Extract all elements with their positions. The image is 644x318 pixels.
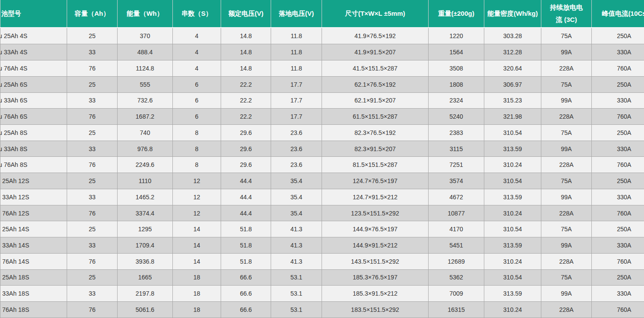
table-row: u 76Ah 4S761124.8414.811.841.5×151.5×287…: [0, 60, 644, 77]
column-header-series_s: 串数（S）: [173, 0, 221, 28]
table-row: u 33Ah 4S33488.4414.811.841.9×91.5×20715…: [0, 44, 644, 60]
cell-energy_density_wh_kg: 310.24: [484, 253, 541, 269]
cell-dimensions_mm: 144.9×76.5×197: [322, 221, 429, 237]
cell-capacity_ah: 76: [67, 253, 118, 269]
column-header-peak_current: 峰值电流(10C≤: [592, 0, 644, 28]
cell-peak_current: 330A: [592, 92, 644, 109]
cell-landing_voltage_v: 53.1: [271, 302, 322, 318]
cell-rated_voltage_v: 44.4: [221, 173, 271, 189]
cell-model: 25Ah 12S: [0, 173, 67, 189]
cell-continuous_discharge_current_3c: 75A: [541, 173, 592, 189]
cell-landing_voltage_v: 17.7: [271, 76, 322, 92]
cell-rated_voltage_v: 29.6: [221, 141, 271, 157]
cell-weight_g: 4170: [429, 221, 484, 237]
cell-peak_current: 330A: [592, 286, 644, 302]
cell-capacity_ah: 33: [67, 286, 118, 302]
cell-landing_voltage_v: 11.8: [271, 44, 322, 60]
cell-energy_density_wh_kg: 313.59: [484, 189, 541, 205]
cell-weight_g: 1564: [429, 44, 484, 60]
cell-capacity_ah: 76: [67, 205, 118, 221]
cell-peak_current: 250A: [592, 173, 644, 189]
column-header-landing_voltage_v: 落地电压(V): [271, 0, 322, 28]
table-row: u 76Ah 8S762249.6829.623.681.5×151.5×287…: [0, 157, 644, 173]
cell-dimensions_mm: 61.5×151.5×287: [322, 109, 429, 125]
cell-continuous_discharge_current_3c: 99A: [541, 44, 592, 60]
cell-model: u 33Ah 6S: [0, 92, 67, 109]
cell-energy_wh: 1687.2: [118, 109, 173, 125]
cell-capacity_ah: 25: [67, 173, 118, 189]
cell-series_s: 6: [173, 109, 221, 125]
cell-rated_voltage_v: 44.4: [221, 189, 271, 205]
table-row: u 25Ah 8S25740829.623.682.3×76.5×1922383…: [0, 124, 644, 141]
cell-rated_voltage_v: 29.6: [221, 124, 271, 141]
table-row: 25Ah 18S2516651866.653.1185.3×76.5×19753…: [0, 269, 644, 286]
cell-capacity_ah: 76: [67, 302, 118, 318]
cell-capacity_ah: 76: [67, 109, 118, 125]
battery-spec-table: 池型号容量（Ah）能量（Wh）串数（S）额定电压(V)落地电压(V)尺寸(T×W…: [0, 0, 644, 318]
cell-series_s: 18: [173, 269, 221, 286]
cell-peak_current: 250A: [592, 76, 644, 92]
cell-peak_current: 330A: [592, 237, 644, 254]
cell-energy_wh: 1124.8: [118, 60, 173, 77]
cell-dimensions_mm: 82.3×76.5×192: [322, 124, 429, 141]
cell-continuous_discharge_current_3c: 228A: [541, 302, 592, 318]
cell-energy_wh: 370: [118, 28, 173, 44]
cell-series_s: 18: [173, 302, 221, 318]
cell-energy_wh: 555: [118, 76, 173, 92]
cell-landing_voltage_v: 41.3: [271, 237, 322, 254]
cell-weight_g: 1808: [429, 76, 484, 92]
cell-rated_voltage_v: 22.2: [221, 76, 271, 92]
cell-capacity_ah: 25: [67, 221, 118, 237]
cell-model: 33Ah 18S: [0, 286, 67, 302]
cell-weight_g: 5240: [429, 109, 484, 125]
cell-series_s: 4: [173, 28, 221, 44]
cell-energy_wh: 5061.6: [118, 302, 173, 318]
cell-landing_voltage_v: 35.4: [271, 189, 322, 205]
cell-capacity_ah: 33: [67, 44, 118, 60]
cell-energy_density_wh_kg: 310.54: [484, 221, 541, 237]
cell-rated_voltage_v: 51.8: [221, 237, 271, 254]
cell-rated_voltage_v: 22.2: [221, 109, 271, 125]
cell-energy_wh: 1295: [118, 221, 173, 237]
cell-series_s: 8: [173, 141, 221, 157]
table-row: u 33Ah 8S33976.8829.623.682.3×91.5×20731…: [0, 141, 644, 157]
cell-peak_current: 760A: [592, 60, 644, 77]
cell-energy_wh: 732.6: [118, 92, 173, 109]
cell-capacity_ah: 25: [67, 124, 118, 141]
cell-energy_density_wh_kg: 310.54: [484, 173, 541, 189]
cell-capacity_ah: 33: [67, 92, 118, 109]
cell-weight_g: 3508: [429, 60, 484, 77]
table-row: u 76Ah 6S761687.2622.217.761.5×151.5×287…: [0, 109, 644, 125]
cell-continuous_discharge_current_3c: 228A: [541, 205, 592, 221]
cell-landing_voltage_v: 41.3: [271, 253, 322, 269]
battery-spec-page: 池型号容量（Ah）能量（Wh）串数（S）额定电压(V)落地电压(V)尺寸(T×W…: [0, 0, 644, 318]
cell-dimensions_mm: 41.9×91.5×207: [322, 44, 429, 60]
cell-weight_g: 5362: [429, 269, 484, 286]
cell-capacity_ah: 25: [67, 76, 118, 92]
cell-model: u 25Ah 4S: [0, 28, 67, 44]
cell-continuous_discharge_current_3c: 75A: [541, 269, 592, 286]
cell-capacity_ah: 76: [67, 60, 118, 77]
cell-model: u 25Ah 6S: [0, 76, 67, 92]
cell-model: 33Ah 14S: [0, 237, 67, 254]
cell-energy_density_wh_kg: 306.97: [484, 76, 541, 92]
cell-capacity_ah: 33: [67, 189, 118, 205]
cell-energy_density_wh_kg: 315.23: [484, 92, 541, 109]
header-row: 池型号容量（Ah）能量（Wh）串数（S）额定电压(V)落地电压(V)尺寸(T×W…: [0, 0, 644, 28]
cell-landing_voltage_v: 23.6: [271, 141, 322, 157]
cell-energy_density_wh_kg: 313.59: [484, 286, 541, 302]
cell-energy_wh: 488.4: [118, 44, 173, 60]
cell-model: 76Ah 18S: [0, 302, 67, 318]
cell-dimensions_mm: 185.3×91.5×212: [322, 286, 429, 302]
cell-series_s: 14: [173, 253, 221, 269]
cell-landing_voltage_v: 53.1: [271, 269, 322, 286]
cell-rated_voltage_v: 22.2: [221, 92, 271, 109]
cell-energy_density_wh_kg: 313.59: [484, 237, 541, 254]
cell-energy_density_wh_kg: 303.28: [484, 28, 541, 44]
cell-weight_g: 3115: [429, 141, 484, 157]
table-row: u 25Ah 4S25370414.811.841.9×76.5×1921220…: [0, 28, 644, 44]
column-header-energy_wh: 能量（Wh）: [118, 0, 173, 28]
cell-weight_g: 3574: [429, 173, 484, 189]
cell-energy_density_wh_kg: 310.24: [484, 302, 541, 318]
cell-model: 76Ah 12S: [0, 205, 67, 221]
